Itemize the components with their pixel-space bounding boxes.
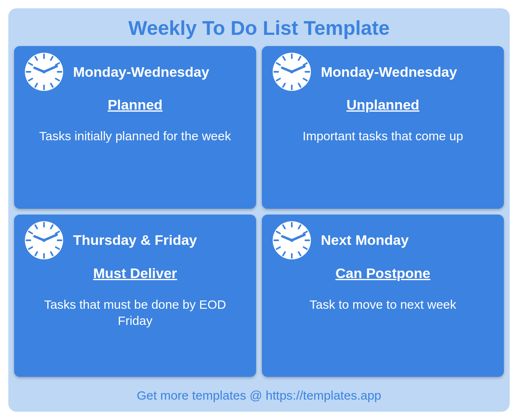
card-header: Monday-Wednesday bbox=[272, 52, 494, 92]
card-description: Tasks initially planned for the week bbox=[24, 128, 246, 144]
clock-icon bbox=[24, 220, 64, 260]
card-days: Monday-Wednesday bbox=[321, 64, 457, 80]
template-container: Weekly To Do List Template bbox=[8, 8, 510, 412]
card-must-deliver: Thursday & Friday Must Deliver Tasks tha… bbox=[14, 215, 256, 377]
card-description: Task to move to next week bbox=[272, 296, 494, 313]
clock-icon bbox=[24, 52, 64, 92]
svg-point-41 bbox=[42, 239, 46, 242]
card-days: Next Monday bbox=[321, 232, 409, 248]
svg-point-27 bbox=[290, 70, 293, 73]
page-title: Weekly To Do List Template bbox=[8, 17, 510, 39]
card-grid: Monday-Wednesday Planned Tasks initially… bbox=[8, 46, 510, 381]
svg-point-55 bbox=[290, 239, 293, 242]
card-planned: Monday-Wednesday Planned Tasks initially… bbox=[14, 46, 256, 209]
card-description: Tasks that must be done by EOD Friday bbox=[24, 296, 246, 329]
clock-icon bbox=[272, 52, 312, 92]
card-can-postpone: Next Monday Can Postpone Task to move to… bbox=[262, 215, 504, 377]
clock-icon bbox=[272, 220, 312, 260]
card-header: Thursday & Friday bbox=[24, 220, 246, 260]
card-unplanned: Monday-Wednesday Unplanned Important tas… bbox=[262, 46, 504, 209]
card-days: Thursday & Friday bbox=[73, 232, 197, 248]
card-description: Important tasks that come up bbox=[272, 128, 494, 144]
card-header: Monday-Wednesday bbox=[24, 52, 246, 92]
svg-point-13 bbox=[42, 70, 46, 73]
card-days: Monday-Wednesday bbox=[73, 64, 209, 80]
card-category: Unplanned bbox=[272, 97, 494, 113]
card-category: Planned bbox=[24, 97, 246, 113]
footer-text: Get more templates @ https://templates.a… bbox=[8, 381, 510, 412]
card-category: Can Postpone bbox=[272, 265, 494, 281]
card-header: Next Monday bbox=[272, 220, 494, 260]
card-category: Must Deliver bbox=[24, 265, 246, 281]
